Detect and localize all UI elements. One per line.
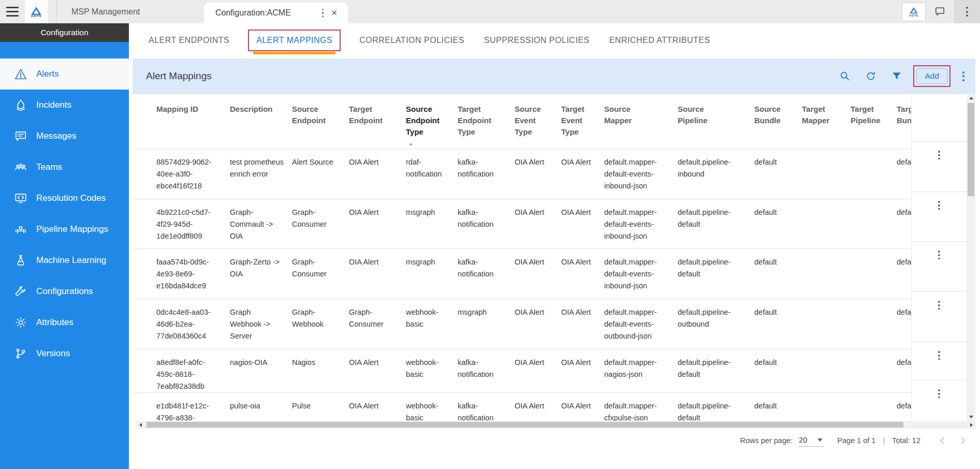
code-monitor-icon xyxy=(14,192,27,205)
vertical-scroll-track[interactable] xyxy=(967,102,975,413)
sidebar-nav: Alerts Incidents Messages Teams xyxy=(0,42,129,369)
hamburger-menu-icon[interactable] xyxy=(0,0,25,23)
scroll-left-arrow-icon[interactable] xyxy=(136,421,144,429)
cell-target-event-type: OIA Alert xyxy=(561,249,604,299)
row-actions-column xyxy=(911,94,967,421)
filter-icon[interactable] xyxy=(890,70,903,82)
column-header-description[interactable]: Description xyxy=(230,94,292,149)
cell-description: pulse-oia xyxy=(230,393,292,421)
tab-alert-endpoints[interactable]: ALERT ENDPOINTS xyxy=(149,36,229,45)
wrench-icon xyxy=(14,285,27,298)
previous-page-icon[interactable] xyxy=(932,435,953,446)
tab-menu-icon[interactable] xyxy=(318,7,328,20)
sidebar: Configuration Alerts Incidents Messages xyxy=(0,23,129,469)
row-actions-menu-icon[interactable] xyxy=(934,198,944,212)
sidebar-item-teams[interactable]: Teams xyxy=(0,152,129,183)
cell-target-event-type: OIA Alert xyxy=(561,149,604,199)
horizontal-scroll-track[interactable] xyxy=(144,421,967,429)
tab-close-icon[interactable]: ✕ xyxy=(328,7,341,19)
cell-target-bundle: default xyxy=(897,393,911,421)
overflow-menu-icon[interactable] xyxy=(963,4,971,20)
tab-alert-mappings[interactable]: ALERT MAPPINGS xyxy=(256,36,332,45)
cell-target-pipeline xyxy=(851,149,897,199)
column-header-source-event-type[interactable]: Source Event Type xyxy=(515,94,561,149)
table-row: a8edf8ef-a0fc-459c-8818-7eabf82a38db nag… xyxy=(133,349,911,393)
tab-configuration-acme[interactable]: Configuration:ACME ✕ xyxy=(204,3,348,23)
cell-source-mapper: default.mapper-default-events-outbound-j… xyxy=(604,299,678,349)
sidebar-header: Configuration xyxy=(0,23,129,42)
pipeline-nodes-icon xyxy=(14,223,27,236)
brand-logo-button[interactable]: AOTS xyxy=(902,3,926,21)
sidebar-item-resolution-codes[interactable]: Resolution Codes xyxy=(0,183,129,214)
column-header-source-endpoint-type[interactable]: Source Endpoint Type▲ xyxy=(406,94,458,149)
add-button[interactable]: Add xyxy=(916,68,947,84)
sidebar-item-versions[interactable]: Versions xyxy=(0,338,129,369)
chat-icon[interactable] xyxy=(934,6,946,18)
vertical-scroll-thumb[interactable] xyxy=(968,103,974,196)
sidebar-item-incidents[interactable]: Incidents xyxy=(0,90,129,121)
table-row: 0dc4c4e8-aa03-46d6-b2ea-77de084360c4 Gra… xyxy=(133,299,911,349)
column-header-target-endpoint-type[interactable]: Target Endpoint Type xyxy=(458,94,515,149)
tab-correlation-policies[interactable]: CORRELATION POLICIES xyxy=(359,36,464,45)
sidebar-item-attributes[interactable]: Attributes xyxy=(0,307,129,338)
refresh-icon[interactable] xyxy=(865,70,877,82)
cell-target-endpoint-type: kafka-notification xyxy=(458,149,515,199)
cell-target-pipeline xyxy=(851,349,897,393)
cell-source-bundle: default xyxy=(754,149,802,199)
sidebar-item-label: Configurations xyxy=(36,286,93,297)
cell-target-endpoint: Graph-Consumer xyxy=(349,299,406,349)
cell-source-endpoint: Nagios xyxy=(292,349,349,393)
next-page-icon[interactable] xyxy=(953,435,973,446)
row-actions-menu-icon[interactable] xyxy=(934,387,944,401)
cell-source-endpoint: Graph-Webhook xyxy=(292,299,349,349)
column-header-target-mapper[interactable]: Target Mapper xyxy=(802,94,851,149)
horizontal-scroll-thumb[interactable] xyxy=(147,422,903,428)
column-header-source-pipeline[interactable]: Source Pipeline xyxy=(678,94,754,149)
search-icon[interactable] xyxy=(839,70,851,82)
tab-enriched-attributes[interactable]: ENRICHED ATTRIBUTES xyxy=(609,36,710,45)
sidebar-item-machine-learning[interactable]: Machine Learning xyxy=(0,245,129,276)
cell-target-mapper xyxy=(802,249,851,299)
cell-source-mapper: default.mapper-default-events-inbound-js… xyxy=(604,249,678,299)
column-header-target-pipeline[interactable]: Target Pipeline xyxy=(851,94,897,149)
flask-icon xyxy=(14,254,27,267)
scroll-up-arrow-icon[interactable] xyxy=(967,94,975,102)
scroll-right-arrow-icon[interactable] xyxy=(967,421,975,429)
column-header-source-bundle[interactable]: Source Bundle xyxy=(754,94,802,149)
cell-source-pipeline: default.pipeline-default xyxy=(678,349,754,393)
kebab-menu-icon[interactable] xyxy=(960,69,967,84)
tab-suppression-policies[interactable]: SUPPRESSION POLICIES xyxy=(484,36,590,45)
sidebar-item-messages[interactable]: Messages xyxy=(0,121,129,152)
column-header-source-mapper[interactable]: Source Mapper xyxy=(604,94,678,149)
pagination-separator: | xyxy=(883,436,885,445)
column-header-mapping-id[interactable]: Mapping ID xyxy=(133,94,230,149)
cell-target-event-type: OIA Alert xyxy=(561,299,604,349)
top-window-bar: AOTS MSP Management Configuration:ACME ✕… xyxy=(0,0,980,23)
sidebar-item-pipeline-mappings[interactable]: Pipeline Mappings xyxy=(0,214,129,245)
row-actions-menu-icon[interactable] xyxy=(934,298,944,312)
column-header-target-endpoint[interactable]: Target Endpoint xyxy=(349,94,406,149)
column-header-target-event-type[interactable]: Target Event Type xyxy=(561,94,604,149)
dropdown-caret-icon xyxy=(817,438,823,442)
cell-target-bundle: default xyxy=(897,149,911,199)
sidebar-item-alerts[interactable]: Alerts xyxy=(0,58,129,90)
row-actions-menu-icon[interactable] xyxy=(934,148,944,162)
panel-title: Alert Mappings xyxy=(146,70,825,82)
cell-target-endpoint: OIA Alert xyxy=(349,393,406,421)
column-header-target-bundle[interactable]: Target Bundle xyxy=(897,94,911,149)
tab-msp-management[interactable]: MSP Management xyxy=(56,0,204,23)
cell-target-mapper xyxy=(802,393,851,421)
row-actions-menu-icon[interactable] xyxy=(934,248,944,262)
cell-source-pipeline: default.pipeline-outbound xyxy=(678,299,754,349)
row-actions-menu-icon[interactable] xyxy=(934,348,944,362)
cell-target-event-type: OIA Alert xyxy=(561,393,604,421)
cell-target-pipeline xyxy=(851,249,897,299)
vertical-scrollbar[interactable] xyxy=(967,94,975,421)
rows-per-page-select[interactable]: 20 xyxy=(798,435,824,447)
scroll-down-arrow-icon[interactable] xyxy=(967,413,975,421)
cell-target-pipeline xyxy=(851,299,897,349)
table-row: 4b9221c0-c5d7-4f29-945d-1de1e0dff809 Gra… xyxy=(133,199,911,249)
column-header-source-endpoint[interactable]: Source Endpoint xyxy=(292,94,349,149)
sidebar-item-configurations[interactable]: Configurations xyxy=(0,276,129,307)
horizontal-scrollbar[interactable] xyxy=(136,421,975,429)
